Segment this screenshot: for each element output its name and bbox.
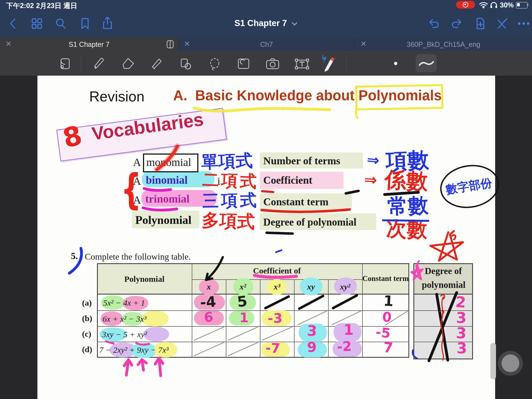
more-button[interactable] <box>517 21 530 26</box>
tab-ch7[interactable]: ✕ Ch7 <box>178 37 355 51</box>
battery-icon <box>516 2 528 9</box>
search-button[interactable] <box>54 17 67 30</box>
status-time: 下午2:02 <box>6 1 34 10</box>
document-title: S1 Chapter 7 <box>234 18 287 28</box>
answer-cell: 1 <box>383 293 394 308</box>
read-mode-tool[interactable] <box>58 57 72 71</box>
stroke-preview-button[interactable] <box>416 54 437 72</box>
document-title-button[interactable]: S1 Chapter 7 <box>211 18 321 28</box>
back-button[interactable] <box>7 17 19 30</box>
answer-cell: -7 <box>265 341 280 355</box>
redo-button[interactable] <box>451 17 463 30</box>
status-bar: 下午2:02 2月23日 週日 30% <box>0 0 532 10</box>
record-dot-icon <box>463 2 468 7</box>
shapes-tool[interactable] <box>178 56 193 71</box>
page-title-revision: Revision <box>89 88 144 105</box>
wifi-icon <box>479 1 488 9</box>
col-header-constant: Constant term <box>362 275 409 282</box>
headphones-icon <box>490 1 498 9</box>
vocab-word-polynomial: Polynomial <box>135 213 191 227</box>
split-view-icon[interactable] <box>166 40 175 49</box>
pen-disabled-button[interactable] <box>496 17 509 30</box>
term-constant-term: Constant term <box>263 196 328 208</box>
answer-cell: -2 <box>337 339 352 354</box>
bookmark-button[interactable] <box>79 17 91 30</box>
add-page-button[interactable] <box>474 17 487 30</box>
col-header-degree-1: Degree of <box>416 267 471 276</box>
answer-cell: 9 <box>307 340 317 354</box>
eraser-tool[interactable] <box>121 56 136 71</box>
sub-header-xy: xy <box>294 283 328 291</box>
poly-expression: 3xy − 5 + xy² <box>102 330 147 339</box>
tab-s1-chapter-7[interactable]: ✕ S1 Chapter 7 <box>0 37 178 51</box>
screen-recording-indicator[interactable] <box>456 1 475 9</box>
vocab-prefix: A <box>133 175 141 188</box>
camera-tool[interactable] <box>265 57 280 71</box>
page-scrollbar-thumb[interactable] <box>490 343 496 379</box>
highlighter-tool[interactable] <box>150 56 165 71</box>
vocab-prefix: A <box>133 193 141 206</box>
poly-expression: 7 − 2xy² + 9xy − 7x³ <box>99 346 168 354</box>
answer-cell: 5 <box>236 294 248 309</box>
sub-header-x3: x³ <box>260 283 294 291</box>
term-coefficient: Coefficient <box>263 174 312 186</box>
tab-360p-bkd-ch15a[interactable]: ✕ 360P_BkD_Ch15A_eng <box>355 37 532 51</box>
degree-answer: 3 <box>457 341 467 356</box>
stroke-sample <box>420 62 433 65</box>
tab-bar: ✕ S1 Chapter 7 ✕ Ch7 ✕ 360P_BkD_Ch15A_en… <box>0 37 532 51</box>
arrow-annotation: ⇒ <box>366 151 380 169</box>
col-header-polynomial: Polynomial <box>97 275 192 283</box>
undo-button[interactable] <box>427 17 440 30</box>
battery-percent: 30% <box>500 1 514 9</box>
tab-label: 360P_BkD_Ch15A_eng <box>355 40 532 48</box>
vocab-zh-polynomial: 多項式 <box>201 208 255 234</box>
section-heading: A. Basic Knowledge about Polynomials <box>173 87 442 104</box>
sub-header-x2: x² <box>226 283 260 291</box>
sub-header-x: x <box>192 283 226 291</box>
row-label: (d) <box>82 345 92 354</box>
arrow-annotation: ⇒ <box>364 170 377 189</box>
poly-expression: 6x + x² − 3x³ <box>103 315 146 323</box>
pen-toolbar <box>0 51 532 76</box>
answer-cell: 1 <box>239 311 249 324</box>
vocab-word-monomial: monomial <box>146 156 191 169</box>
term-zh-degree: 次數 <box>386 215 428 244</box>
row-label: (c) <box>82 330 91 338</box>
status-date: 2月23日 週日 <box>36 1 77 10</box>
image-tool[interactable] <box>236 57 251 71</box>
nav-bar: S1 Chapter 7 <box>0 10 532 37</box>
bluetooth-stylus-tool[interactable] <box>319 54 338 74</box>
degree-answer: 3 <box>456 326 467 341</box>
degree-answer: 3 <box>456 310 467 325</box>
answer-cell: 7 <box>383 341 393 355</box>
floating-nav-button-inner <box>502 354 519 372</box>
answer-cell: 6 <box>204 310 214 324</box>
answer-cell: -4 <box>200 294 216 310</box>
answer-cell: 0 <box>382 310 392 324</box>
tab-label: Ch7 <box>178 40 355 48</box>
vocab-word-trinomial: trinomial <box>145 192 190 205</box>
answer-cell: -3 <box>268 311 282 325</box>
answer-cell: 1 <box>344 323 354 337</box>
battery-tip <box>527 4 528 6</box>
floating-nav-button[interactable] <box>498 351 523 376</box>
pen-tool[interactable] <box>91 56 106 71</box>
answer-cell: -5 <box>375 325 391 340</box>
question-text: Complete the following table. <box>85 252 191 262</box>
share-button[interactable] <box>101 16 114 30</box>
text-tool[interactable] <box>294 57 310 71</box>
vocab-word-binomial: binomial <box>146 173 188 186</box>
row-label: (a) <box>82 299 92 307</box>
answer-cell: 3 <box>307 323 318 338</box>
degree-answer: 2 <box>455 295 466 310</box>
toolbar-divider <box>346 55 347 72</box>
term-number-of-terms: Number of terms <box>263 155 340 167</box>
term-degree: Degree of polynomial <box>263 216 356 228</box>
toolbar-divider <box>81 55 81 72</box>
color-dot-white[interactable] <box>394 62 397 65</box>
sub-header-xy2: xy² <box>328 283 362 291</box>
lasso-tool[interactable] <box>207 56 222 71</box>
hl-term <box>144 327 169 341</box>
pages-grid-button[interactable] <box>30 17 43 30</box>
question-number: 5. <box>71 251 78 261</box>
